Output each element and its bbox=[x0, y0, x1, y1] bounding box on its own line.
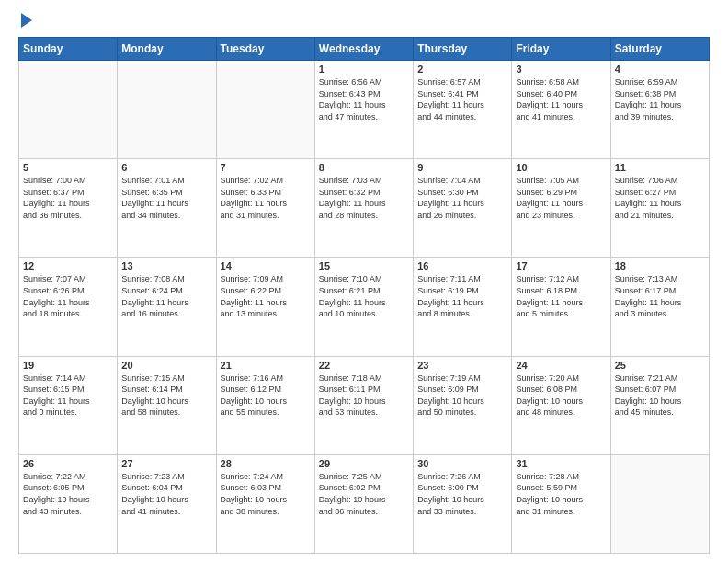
day-info: Sunrise: 6:59 AMSunset: 6:38 PMDaylight:… bbox=[615, 76, 705, 122]
day-number: 10 bbox=[516, 162, 606, 173]
calendar-cell: 14Sunrise: 7:09 AMSunset: 6:22 PMDayligh… bbox=[216, 258, 314, 356]
calendar-cell: 26Sunrise: 7:22 AMSunset: 6:05 PMDayligh… bbox=[19, 454, 118, 553]
day-number: 4 bbox=[615, 63, 705, 75]
day-info: Sunrise: 7:18 AMSunset: 6:11 PMDaylight:… bbox=[319, 373, 409, 419]
calendar-header-wednesday: Wednesday bbox=[314, 38, 413, 61]
day-number: 16 bbox=[417, 260, 507, 271]
day-number: 19 bbox=[23, 360, 113, 371]
day-info: Sunrise: 7:10 AMSunset: 6:21 PMDaylight:… bbox=[319, 273, 409, 319]
day-number: 1 bbox=[319, 63, 409, 75]
calendar-cell: 28Sunrise: 7:24 AMSunset: 6:03 PMDayligh… bbox=[216, 454, 314, 553]
day-info: Sunrise: 7:19 AMSunset: 6:09 PMDaylight:… bbox=[417, 373, 507, 419]
calendar-cell: 13Sunrise: 7:08 AMSunset: 6:24 PMDayligh… bbox=[118, 258, 216, 356]
day-number: 8 bbox=[319, 162, 409, 173]
day-info: Sunrise: 7:13 AMSunset: 6:17 PMDaylight:… bbox=[615, 273, 705, 319]
day-info: Sunrise: 7:25 AMSunset: 6:02 PMDaylight:… bbox=[319, 471, 409, 517]
calendar-week-row: 5Sunrise: 7:00 AMSunset: 6:37 PMDaylight… bbox=[19, 159, 710, 258]
day-info: Sunrise: 7:16 AMSunset: 6:12 PMDaylight:… bbox=[221, 373, 311, 419]
calendar-cell: 11Sunrise: 7:06 AMSunset: 6:27 PMDayligh… bbox=[610, 159, 709, 258]
day-number: 13 bbox=[121, 260, 211, 271]
day-info: Sunrise: 7:08 AMSunset: 6:24 PMDaylight:… bbox=[121, 273, 211, 319]
day-info: Sunrise: 7:28 AMSunset: 5:59 PMDaylight:… bbox=[516, 471, 606, 517]
day-number: 7 bbox=[221, 162, 311, 173]
calendar-cell: 18Sunrise: 7:13 AMSunset: 6:17 PMDayligh… bbox=[610, 258, 709, 356]
day-info: Sunrise: 7:12 AMSunset: 6:18 PMDaylight:… bbox=[516, 273, 606, 319]
calendar-week-row: 19Sunrise: 7:14 AMSunset: 6:15 PMDayligh… bbox=[19, 356, 710, 454]
calendar-cell: 27Sunrise: 7:23 AMSunset: 6:04 PMDayligh… bbox=[118, 454, 216, 553]
calendar-cell: 22Sunrise: 7:18 AMSunset: 6:11 PMDayligh… bbox=[314, 356, 413, 454]
day-info: Sunrise: 7:20 AMSunset: 6:08 PMDaylight:… bbox=[516, 373, 606, 419]
calendar-cell: 7Sunrise: 7:02 AMSunset: 6:33 PMDaylight… bbox=[216, 159, 314, 258]
day-number: 29 bbox=[319, 458, 409, 469]
day-info: Sunrise: 6:56 AMSunset: 6:43 PMDaylight:… bbox=[319, 76, 409, 122]
day-number: 26 bbox=[23, 458, 113, 469]
day-number: 27 bbox=[121, 458, 211, 469]
calendar-cell: 16Sunrise: 7:11 AMSunset: 6:19 PMDayligh… bbox=[414, 258, 512, 356]
day-info: Sunrise: 7:22 AMSunset: 6:05 PMDaylight:… bbox=[23, 471, 113, 517]
day-number: 3 bbox=[516, 63, 606, 75]
page: SundayMondayTuesdayWednesdayThursdayFrid… bbox=[0, 0, 728, 563]
day-info: Sunrise: 7:01 AMSunset: 6:35 PMDaylight:… bbox=[121, 175, 211, 221]
day-info: Sunrise: 6:57 AMSunset: 6:41 PMDaylight:… bbox=[417, 76, 507, 122]
calendar-cell bbox=[610, 454, 709, 553]
day-number: 18 bbox=[615, 260, 705, 271]
day-number: 2 bbox=[417, 63, 507, 75]
day-info: Sunrise: 7:03 AMSunset: 6:32 PMDaylight:… bbox=[319, 175, 409, 221]
day-number: 9 bbox=[417, 162, 507, 173]
day-number: 28 bbox=[221, 458, 311, 469]
day-info: Sunrise: 7:04 AMSunset: 6:30 PMDaylight:… bbox=[417, 175, 507, 221]
logo bbox=[18, 15, 32, 28]
calendar-cell: 5Sunrise: 7:00 AMSunset: 6:37 PMDaylight… bbox=[19, 159, 118, 258]
calendar-header-saturday: Saturday bbox=[610, 38, 709, 61]
header bbox=[18, 15, 710, 28]
calendar-cell bbox=[118, 61, 216, 159]
calendar: SundayMondayTuesdayWednesdayThursdayFrid… bbox=[18, 37, 710, 554]
day-number: 24 bbox=[516, 360, 606, 371]
day-number: 11 bbox=[615, 162, 705, 173]
calendar-header-friday: Friday bbox=[512, 38, 610, 61]
calendar-cell: 24Sunrise: 7:20 AMSunset: 6:08 PMDayligh… bbox=[512, 356, 610, 454]
calendar-cell: 29Sunrise: 7:25 AMSunset: 6:02 PMDayligh… bbox=[314, 454, 413, 553]
day-info: Sunrise: 7:23 AMSunset: 6:04 PMDaylight:… bbox=[121, 471, 211, 517]
calendar-cell: 9Sunrise: 7:04 AMSunset: 6:30 PMDaylight… bbox=[414, 159, 512, 258]
day-info: Sunrise: 7:24 AMSunset: 6:03 PMDaylight:… bbox=[221, 471, 311, 517]
day-number: 12 bbox=[23, 260, 113, 271]
calendar-cell: 23Sunrise: 7:19 AMSunset: 6:09 PMDayligh… bbox=[414, 356, 512, 454]
calendar-header-sunday: Sunday bbox=[19, 38, 118, 61]
day-number: 5 bbox=[23, 162, 113, 173]
calendar-cell: 17Sunrise: 7:12 AMSunset: 6:18 PMDayligh… bbox=[512, 258, 610, 356]
day-number: 14 bbox=[221, 260, 311, 271]
day-info: Sunrise: 7:21 AMSunset: 6:07 PMDaylight:… bbox=[615, 373, 705, 419]
calendar-cell: 31Sunrise: 7:28 AMSunset: 5:59 PMDayligh… bbox=[512, 454, 610, 553]
day-info: Sunrise: 6:58 AMSunset: 6:40 PMDaylight:… bbox=[516, 76, 606, 122]
calendar-cell: 3Sunrise: 6:58 AMSunset: 6:40 PMDaylight… bbox=[512, 61, 610, 159]
calendar-cell bbox=[19, 61, 118, 159]
day-info: Sunrise: 7:00 AMSunset: 6:37 PMDaylight:… bbox=[23, 175, 113, 221]
day-number: 30 bbox=[417, 458, 507, 469]
calendar-week-row: 12Sunrise: 7:07 AMSunset: 6:26 PMDayligh… bbox=[19, 258, 710, 356]
day-info: Sunrise: 7:26 AMSunset: 6:00 PMDaylight:… bbox=[417, 471, 507, 517]
calendar-cell: 10Sunrise: 7:05 AMSunset: 6:29 PMDayligh… bbox=[512, 159, 610, 258]
calendar-cell: 6Sunrise: 7:01 AMSunset: 6:35 PMDaylight… bbox=[118, 159, 216, 258]
calendar-cell: 12Sunrise: 7:07 AMSunset: 6:26 PMDayligh… bbox=[19, 258, 118, 356]
day-number: 25 bbox=[615, 360, 705, 371]
day-number: 15 bbox=[319, 260, 409, 271]
day-info: Sunrise: 7:11 AMSunset: 6:19 PMDaylight:… bbox=[417, 273, 507, 319]
calendar-cell: 4Sunrise: 6:59 AMSunset: 6:38 PMDaylight… bbox=[610, 61, 709, 159]
calendar-header-row: SundayMondayTuesdayWednesdayThursdayFrid… bbox=[19, 38, 710, 61]
day-number: 20 bbox=[121, 360, 211, 371]
day-info: Sunrise: 7:09 AMSunset: 6:22 PMDaylight:… bbox=[221, 273, 311, 319]
calendar-cell: 2Sunrise: 6:57 AMSunset: 6:41 PMDaylight… bbox=[414, 61, 512, 159]
day-info: Sunrise: 7:02 AMSunset: 6:33 PMDaylight:… bbox=[221, 175, 311, 221]
logo-arrow-icon bbox=[21, 13, 32, 28]
calendar-cell: 1Sunrise: 6:56 AMSunset: 6:43 PMDaylight… bbox=[314, 61, 413, 159]
day-info: Sunrise: 7:05 AMSunset: 6:29 PMDaylight:… bbox=[516, 175, 606, 221]
day-number: 31 bbox=[516, 458, 606, 469]
calendar-cell bbox=[216, 61, 314, 159]
day-info: Sunrise: 7:07 AMSunset: 6:26 PMDaylight:… bbox=[23, 273, 113, 319]
day-info: Sunrise: 7:15 AMSunset: 6:14 PMDaylight:… bbox=[121, 373, 211, 419]
calendar-cell: 30Sunrise: 7:26 AMSunset: 6:00 PMDayligh… bbox=[414, 454, 512, 553]
calendar-cell: 19Sunrise: 7:14 AMSunset: 6:15 PMDayligh… bbox=[19, 356, 118, 454]
day-number: 22 bbox=[319, 360, 409, 371]
calendar-cell: 25Sunrise: 7:21 AMSunset: 6:07 PMDayligh… bbox=[610, 356, 709, 454]
